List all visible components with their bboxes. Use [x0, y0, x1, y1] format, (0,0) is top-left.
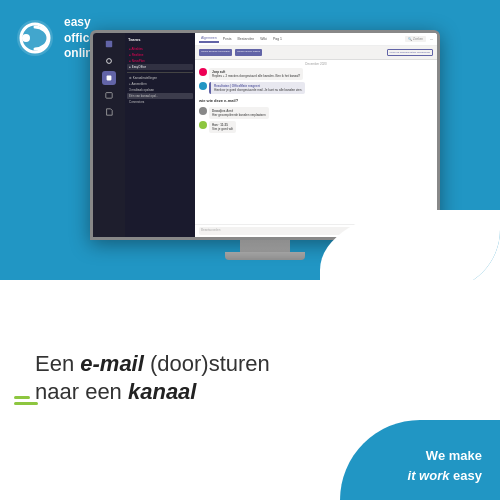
tab-algemeen[interactable]: Algemeen [199, 35, 219, 43]
sidebar-icon-teams [102, 37, 116, 51]
tagline-line2: it work easy [408, 466, 482, 486]
sidebar-icon-active [102, 71, 116, 85]
heading-bold-2: kanaal [128, 379, 197, 404]
tagline: We make it work easy [408, 446, 482, 485]
channels-header: Teams [127, 36, 193, 43]
monitor: Teams ● Afvalites ● Realtime ● NovaPlan … [90, 30, 440, 260]
teams-sidebar [93, 33, 125, 237]
message-input[interactable]: Beantwoorden [199, 227, 428, 235]
message-row-4: Han · 11:35 Sim je goed wilt [199, 121, 433, 133]
tagline-work: it work [408, 468, 450, 483]
monitor-screen: Teams ● Afvalites ● Realtime ● NovaPlan … [90, 30, 440, 240]
avatar-2 [199, 82, 207, 90]
channel-sub-5: Connectors [127, 99, 193, 105]
message-row-1: Joep suft Replies + 2 reacties doorgestu… [199, 68, 433, 80]
message-row-2: Resultaten | OfficeMate reageert Hierdoo… [199, 82, 433, 94]
heading-line2: naar een kanaal [35, 378, 480, 406]
heading-bold-1: e-mail [80, 351, 144, 376]
heading-line1: Een e-mail (door)sturen [35, 350, 480, 378]
teams-channels-panel: Teams ● Afvalites ● Realtime ● NovaPlan … [125, 33, 195, 237]
tab-pag1[interactable]: Pag 1 [271, 36, 284, 42]
screen-content: Teams ● Afvalites ● Realtime ● NovaPlan … [93, 33, 437, 237]
header-more[interactable]: ⋯ [430, 37, 433, 41]
message-bubble-highlight: Resultaten | OfficeMate reageert Hierdoo… [209, 82, 305, 94]
message-bubble-3: Draadjies Arné Hier gecompileerde kanale… [209, 107, 269, 119]
message-composer: Beantwoorden ➤ [195, 224, 437, 237]
date-separator: December 2020 [199, 62, 433, 66]
heading-plain-1: Een [35, 351, 80, 376]
message-row-3: Draadjies Arné Hier gecompileerde kanale… [199, 107, 433, 119]
open-calendar-btn[interactable]: Open de kalenderopties vergadering [387, 49, 433, 56]
tagline-line1: We make [426, 448, 482, 463]
svg-point-2 [22, 34, 30, 42]
message-question: wie wie deze e-mail? [199, 98, 433, 103]
avatar-3 [199, 107, 207, 115]
main-heading: Een e-mail (door)sturen naar een kanaal [35, 350, 480, 405]
message-bubble-4: Han · 11:35 Sim je goed wilt [209, 121, 236, 133]
channel-easyoffice: ● EasyOffice [127, 64, 193, 70]
sidebar-icon-files [102, 105, 116, 119]
send-icon[interactable]: ➤ [430, 229, 433, 234]
action-banner: Nieuw gesprek toevoegen Nieuw kanaal mak… [195, 46, 437, 60]
heading-plain-2: (door)sturen [144, 351, 270, 376]
message-bubble-1: Joep suft Replies + 2 reacties doorgestu… [209, 68, 303, 80]
tagline-easy: easy [449, 468, 482, 483]
avatar-1 [199, 68, 207, 76]
svg-rect-5 [107, 76, 112, 81]
logo: easy office online [14, 15, 99, 62]
new-conversation-btn[interactable]: Nieuw gesprek toevoegen [199, 49, 232, 56]
monitor-stand-neck [240, 240, 290, 252]
tab-bestanden[interactable]: Bestanden [236, 36, 257, 42]
monitor-stand-base [225, 252, 305, 260]
teams-main-header: Algemeen Posts Bestanden Wiki Pag 1 🔍 Zo… [195, 33, 437, 46]
teams-main-panel: Algemeen Posts Bestanden Wiki Pag 1 🔍 Zo… [195, 33, 437, 237]
sidebar-icon-chat [102, 54, 116, 68]
composer-placeholder: Beantwoorden [201, 228, 220, 232]
sidebar-icon-calendar [102, 88, 116, 102]
green-line-short [14, 396, 30, 399]
header-search[interactable]: 🔍 Zoeken [405, 36, 426, 42]
messages-area: December 2020 Joep suft Replies + 2 reac… [195, 60, 437, 224]
tab-wiki[interactable]: Wiki [258, 36, 269, 42]
new-channel-btn[interactable]: Nieuw kanaal maken [235, 49, 262, 56]
top-blue-section: easy office online [0, 0, 500, 290]
svg-point-4 [107, 59, 112, 64]
tab-posts[interactable]: Posts [221, 36, 234, 42]
avatar-4 [199, 121, 207, 129]
bottom-section: Een e-mail (door)sturen naar een kanaal … [0, 280, 500, 500]
logo-icon [14, 17, 56, 59]
svg-rect-3 [106, 41, 112, 47]
svg-rect-6 [106, 93, 112, 99]
page-container: easy office online [0, 0, 500, 500]
heading-plain-3: naar een [35, 379, 128, 404]
